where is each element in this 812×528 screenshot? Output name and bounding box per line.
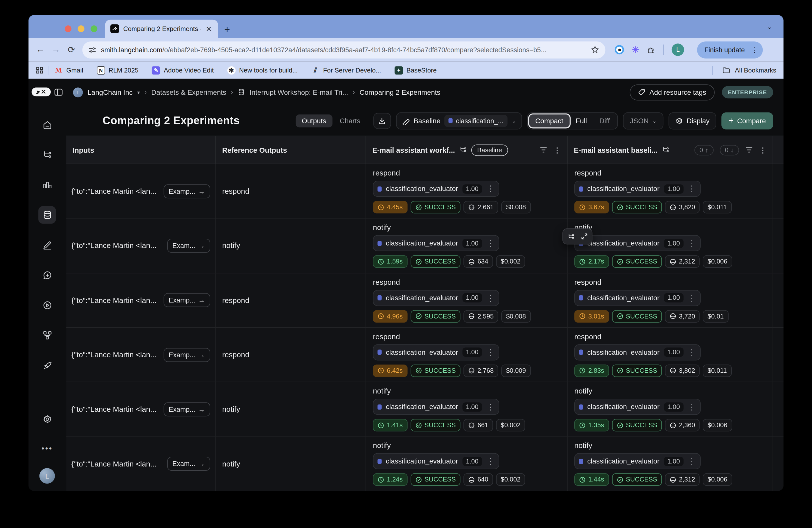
- forward-button[interactable]: →: [48, 44, 64, 55]
- address-bar[interactable]: smith.langchain.com/o/ebbaf2eb-769b-4505…: [82, 41, 605, 58]
- experiment2-cell[interactable]: respond classification_evaluator 1.00 ⋮ …: [567, 164, 773, 218]
- evaluator-kebab-icon[interactable]: ⋮: [688, 293, 696, 303]
- open-trace-tree-icon[interactable]: [567, 233, 575, 240]
- breadcrumb-dataset[interactable]: Interrupt Workshop: E-mail Tri...: [249, 88, 348, 96]
- minimize-window-button[interactable]: [78, 26, 85, 32]
- open-example-button[interactable]: Examp... →: [163, 293, 210, 307]
- open-example-button[interactable]: Exam... →: [167, 239, 210, 253]
- zoom-window-button[interactable]: [91, 26, 98, 32]
- format-select[interactable]: JSON ⌄: [623, 112, 663, 129]
- evaluator-kebab-icon[interactable]: ⋮: [688, 184, 696, 193]
- experiment2-cell[interactable]: respond classification_evaluator 1.00 ⋮ …: [567, 273, 773, 327]
- settings-gear-icon[interactable]: [38, 410, 56, 428]
- evaluator-chip[interactable]: classification_evaluator 1.00 ⋮: [574, 344, 700, 360]
- add-resource-tags-button[interactable]: Add resource tags: [630, 84, 714, 100]
- experiment1-cell[interactable]: respond classification_evaluator 1.00 ⋮ …: [366, 164, 568, 218]
- chevron-down-icon[interactable]: ▾: [137, 89, 140, 95]
- filter-icon[interactable]: [745, 147, 753, 153]
- evaluator-kebab-icon[interactable]: ⋮: [486, 184, 494, 193]
- open-example-button[interactable]: Exam... →: [167, 457, 210, 471]
- sidebar-item-playground[interactable]: [38, 296, 56, 314]
- active-tab[interactable]: Comparing 2 Experiments - L ✕: [105, 20, 218, 38]
- user-avatar[interactable]: L: [39, 468, 55, 484]
- evaluator-kebab-icon[interactable]: ⋮: [486, 402, 494, 412]
- density-diff[interactable]: Diff: [593, 114, 616, 127]
- all-bookmarks[interactable]: All Bookmarks: [712, 65, 776, 75]
- bookmark-star-icon[interactable]: [591, 45, 599, 54]
- apps-grid-icon[interactable]: [36, 66, 44, 74]
- finish-update-button[interactable]: Finish update ⋮: [697, 41, 763, 58]
- sidebar-item-deployments[interactable]: [38, 356, 56, 374]
- tree-icon[interactable]: [662, 146, 669, 154]
- evaluator-chip[interactable]: classification_evaluator 1.00 ⋮: [373, 290, 499, 306]
- experiment1-cell[interactable]: respond classification_evaluator 1.00 ⋮ …: [366, 273, 568, 327]
- sidebar-item-feedback[interactable]: [38, 266, 56, 284]
- tab-close-icon[interactable]: ✕: [205, 25, 213, 33]
- browser-menu-kebab-icon[interactable]: ⋮: [749, 46, 760, 54]
- evaluator-kebab-icon[interactable]: ⋮: [486, 456, 494, 466]
- evaluator-chip[interactable]: classification_evaluator 1.00 ⋮: [574, 290, 700, 306]
- tab-charts[interactable]: Charts: [334, 114, 366, 127]
- site-settings-icon[interactable]: [88, 46, 96, 54]
- baseline-selector[interactable]: Baseline classification_... ⌄: [396, 112, 522, 129]
- evaluator-chip[interactable]: classification_evaluator 1.00 ⋮: [574, 181, 700, 197]
- evaluator-kebab-icon[interactable]: ⋮: [486, 293, 494, 303]
- evaluator-chip[interactable]: classification_evaluator 1.00 ⋮: [373, 181, 499, 197]
- langsmith-logo[interactable]: [31, 88, 51, 96]
- open-example-button[interactable]: Examp... →: [163, 184, 210, 198]
- experiment1-cell[interactable]: notify classification_evaluator 1.00 ⋮ 1…: [366, 437, 568, 491]
- traffic-lights[interactable]: [65, 26, 98, 32]
- more-ellipsis-icon[interactable]: •••: [38, 439, 56, 457]
- experiment1-cell[interactable]: notify classification_evaluator 1.00 ⋮ 1…: [366, 382, 568, 436]
- bookmark-new-tools[interactable]: ✻ New tools for build...: [227, 66, 298, 74]
- sidebar-item-home[interactable]: [38, 116, 56, 133]
- evaluator-chip[interactable]: classification_evaluator 1.00 ⋮: [373, 399, 499, 415]
- density-full[interactable]: Full: [569, 114, 593, 127]
- evaluator-kebab-icon[interactable]: ⋮: [486, 348, 494, 357]
- breadcrumb-org[interactable]: LangChain Inc: [87, 88, 132, 96]
- evaluator-chip[interactable]: classification_evaluator 1.00 ⋮: [373, 454, 499, 469]
- expand-icon[interactable]: [581, 233, 588, 240]
- collapse-sidebar-icon[interactable]: [55, 88, 63, 96]
- evaluator-chip[interactable]: classification_evaluator 1.00 ⋮: [373, 235, 499, 251]
- open-example-button[interactable]: Examp... →: [163, 402, 210, 416]
- org-avatar[interactable]: L: [73, 87, 83, 97]
- bookmark-basestore[interactable]: ✦ BaseStore: [394, 66, 437, 74]
- experiment2-cell[interactable]: notify classification_evaluator 1.00 ⋮ 1…: [567, 382, 773, 436]
- bookmark-server[interactable]: ⫽ For Server Develo...: [311, 66, 381, 74]
- column-menu-kebab-icon[interactable]: ⋮: [759, 146, 767, 154]
- close-window-button[interactable]: [65, 26, 72, 32]
- sidebar-item-prompts[interactable]: [38, 326, 56, 344]
- experiment2-cell[interactable]: notify classification_evaluator 1.00 ⋮ 2…: [567, 219, 773, 273]
- sidebar-item-monitoring[interactable]: [38, 176, 56, 193]
- sidebar-item-tracing[interactable]: [38, 146, 56, 163]
- bookmark-rlm[interactable]: N RLM 2025: [97, 66, 139, 74]
- experiment2-cell[interactable]: respond classification_evaluator 1.00 ⋮ …: [567, 328, 773, 382]
- density-compact[interactable]: Compact: [529, 114, 569, 127]
- display-button[interactable]: Display: [668, 112, 716, 129]
- experiment2-cell[interactable]: notify classification_evaluator 1.00 ⋮ 1…: [567, 437, 773, 491]
- bookmark-adobe[interactable]: ✎ Adobe Video Edit: [152, 66, 214, 74]
- filter-icon[interactable]: [539, 147, 547, 153]
- new-tab-button[interactable]: +: [224, 24, 230, 34]
- evaluator-chip[interactable]: classification_evaluator 1.00 ⋮: [373, 344, 499, 360]
- download-button[interactable]: [373, 113, 391, 129]
- evaluator-kebab-icon[interactable]: ⋮: [688, 456, 696, 466]
- compare-button[interactable]: + Compare: [722, 112, 773, 129]
- experiment1-cell[interactable]: notify classification_evaluator 1.00 ⋮ 1…: [366, 219, 568, 273]
- tree-icon[interactable]: [459, 146, 467, 154]
- password-manager-icon[interactable]: [615, 45, 624, 54]
- col-header-exp1[interactable]: E-mail assistant workf... Baseline ⋮: [366, 136, 568, 164]
- spark-extension-icon[interactable]: ✳: [632, 45, 639, 54]
- experiment1-cell[interactable]: respond classification_evaluator 1.00 ⋮ …: [366, 328, 568, 382]
- column-menu-kebab-icon[interactable]: ⋮: [553, 146, 561, 154]
- tab-outputs[interactable]: Outputs: [295, 114, 333, 127]
- back-button[interactable]: ←: [33, 44, 48, 55]
- sidebar-item-datasets[interactable]: [38, 206, 56, 223]
- browser-profile-avatar[interactable]: L: [672, 44, 684, 56]
- tab-search-chevron-icon[interactable]: ⌄: [764, 21, 775, 33]
- sidebar-item-annotation[interactable]: [38, 236, 56, 254]
- bookmark-gmail[interactable]: M Gmail: [55, 66, 83, 74]
- evaluator-kebab-icon[interactable]: ⋮: [486, 238, 494, 248]
- evaluator-kebab-icon[interactable]: ⋮: [688, 402, 696, 412]
